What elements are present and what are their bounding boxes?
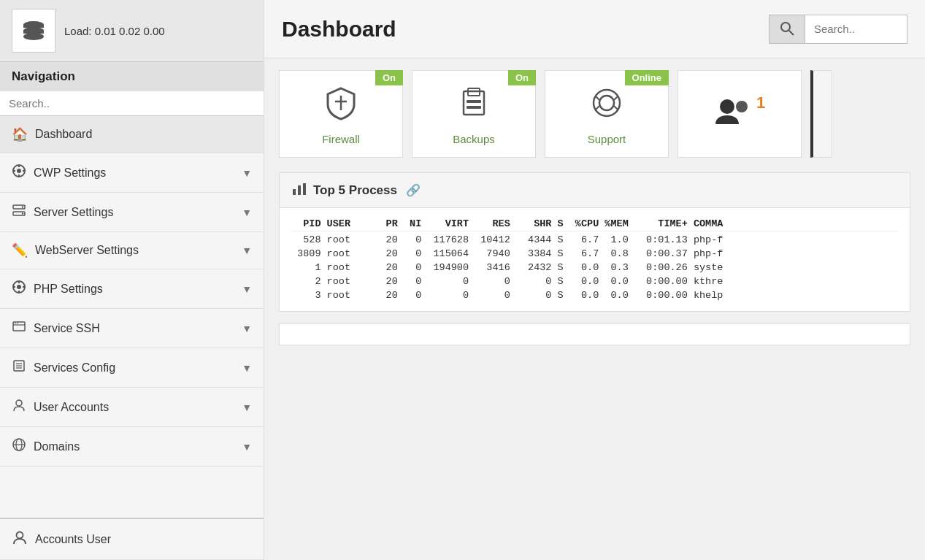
sidebar-item-services-config[interactable]: Services Config ▼ bbox=[0, 348, 264, 388]
bottom-section bbox=[279, 323, 910, 345]
chevron-down-icon: ▼ bbox=[242, 207, 252, 218]
user-card[interactable]: 1 bbox=[678, 70, 802, 158]
backups-label: Backups bbox=[453, 133, 495, 145]
search-input[interactable] bbox=[805, 15, 907, 44]
sidebar-item-label: Service SSH bbox=[34, 322, 100, 335]
nav-label: Navigation bbox=[0, 62, 264, 91]
table-row: 3809 root 20 0 115064 7940 3384 S 6.7 0.… bbox=[291, 247, 898, 261]
svg-point-40 bbox=[594, 90, 620, 116]
chevron-down-icon: ▼ bbox=[242, 283, 252, 295]
svg-point-33 bbox=[17, 532, 23, 539]
table-row: 3 root 20 0 0 0 0 S 0.0 0.0 0:00.00 khel… bbox=[291, 288, 898, 302]
svg-point-29 bbox=[16, 400, 22, 406]
backups-status-badge: On bbox=[508, 70, 536, 85]
table-row: 528 root 20 0 117628 10412 4344 S 6.7 1.… bbox=[291, 233, 898, 247]
chart-icon bbox=[291, 180, 307, 200]
search-area bbox=[769, 15, 907, 44]
chevron-down-icon: ▼ bbox=[242, 323, 252, 334]
chevron-down-icon: ▼ bbox=[242, 245, 252, 256]
sidebar-item-label: WebServer Settings bbox=[35, 244, 139, 257]
main-header: Dashboard bbox=[264, 0, 925, 58]
support-status-badge: Online bbox=[625, 70, 669, 85]
cwp-icon bbox=[12, 164, 26, 182]
sidebar-item-webserver-settings[interactable]: ✏️ WebServer Settings ▼ bbox=[0, 232, 264, 269]
svg-point-13 bbox=[22, 206, 23, 207]
svg-point-6 bbox=[17, 169, 21, 173]
sidebar: Load: 0.01 0.02 0.00 Navigation 🏠 Dashbo… bbox=[0, 0, 264, 560]
svg-point-4 bbox=[23, 33, 44, 40]
accounts-user-item[interactable]: Accounts User bbox=[0, 519, 264, 560]
svg-rect-45 bbox=[298, 185, 301, 195]
search-button[interactable] bbox=[769, 15, 805, 44]
backups-icon bbox=[456, 85, 491, 127]
sidebar-item-label: Domains bbox=[34, 440, 80, 453]
webserver-icon: ✏️ bbox=[12, 242, 28, 258]
firewall-label: Firewall bbox=[322, 133, 360, 145]
sidebar-item-server-settings[interactable]: Server Settings ▼ bbox=[0, 193, 264, 232]
user-count: 1 bbox=[756, 93, 765, 112]
sidebar-item-cwp-settings[interactable]: CWP Settings ▼ bbox=[0, 153, 264, 193]
support-label: Support bbox=[588, 133, 626, 145]
link-icon[interactable]: 🔗 bbox=[406, 183, 421, 197]
svg-point-14 bbox=[22, 212, 23, 214]
support-card[interactable]: Online Support bbox=[545, 70, 669, 158]
table-row: 2 root 20 0 0 0 0 S 0.0 0.0 0:00.00 kthr… bbox=[291, 275, 898, 288]
svg-rect-39 bbox=[467, 106, 481, 109]
ssh-icon bbox=[12, 319, 26, 337]
svg-point-42 bbox=[720, 99, 734, 114]
sidebar-search-input[interactable] bbox=[0, 91, 264, 116]
sidebar-item-label: User Accounts bbox=[34, 401, 109, 414]
user-group-icon bbox=[714, 96, 755, 134]
svg-line-35 bbox=[789, 31, 794, 35]
page-title: Dashboard bbox=[282, 17, 396, 42]
extra-card[interactable] bbox=[810, 70, 832, 158]
sidebar-item-label: CWP Settings bbox=[34, 166, 106, 180]
sidebar-item-label: PHP Settings bbox=[34, 283, 103, 296]
process-table-header: PID USER PR NI VIRT RES SHR S %CPU %MEM … bbox=[291, 217, 898, 231]
chevron-down-icon: ▼ bbox=[242, 362, 252, 374]
service-cards: On Firewall On Backups Online bbox=[279, 70, 910, 158]
chevron-down-icon: ▼ bbox=[242, 167, 252, 179]
svg-point-16 bbox=[17, 285, 21, 289]
accounts-user-label: Accounts User bbox=[35, 533, 111, 546]
user-accounts-icon bbox=[12, 398, 26, 416]
svg-point-43 bbox=[736, 101, 748, 112]
table-row: 1 root 20 0 194900 3416 2432 S 0.0 0.3 0… bbox=[291, 261, 898, 275]
support-icon bbox=[589, 85, 624, 127]
svg-point-41 bbox=[599, 96, 614, 110]
firewall-card[interactable]: On Firewall bbox=[279, 70, 403, 158]
svg-point-34 bbox=[781, 23, 790, 31]
top-process-section: Top 5 Process 🔗 PID USER PR NI VIRT RES … bbox=[279, 172, 910, 312]
main-body: On Firewall On Backups Online bbox=[264, 58, 925, 560]
svg-rect-46 bbox=[303, 183, 306, 195]
firewall-status-badge: On bbox=[375, 70, 403, 85]
svg-point-23 bbox=[15, 323, 16, 324]
main-content: Dashboard On Firewall On bbox=[264, 0, 925, 560]
load-text: Load: 0.01 0.02 0.00 bbox=[64, 25, 165, 37]
home-icon: 🏠 bbox=[12, 126, 28, 142]
sidebar-item-label: Dashboard bbox=[35, 128, 92, 141]
top-process-title: Top 5 Process bbox=[313, 183, 397, 198]
db-icon bbox=[12, 9, 55, 53]
svg-rect-44 bbox=[293, 189, 296, 195]
svg-point-24 bbox=[17, 323, 18, 324]
domains-icon bbox=[12, 437, 26, 456]
php-icon bbox=[12, 280, 26, 298]
firewall-icon bbox=[323, 85, 358, 127]
svg-rect-38 bbox=[467, 100, 481, 103]
backups-card[interactable]: On Backups bbox=[412, 70, 536, 158]
sidebar-item-dashboard[interactable]: 🏠 Dashboard bbox=[0, 116, 264, 153]
chevron-down-icon: ▼ bbox=[242, 402, 252, 413]
sidebar-item-label: Server Settings bbox=[34, 206, 113, 219]
server-icon bbox=[12, 203, 26, 221]
chevron-down-icon: ▼ bbox=[242, 441, 252, 453]
sidebar-item-user-accounts[interactable]: User Accounts ▼ bbox=[0, 388, 264, 427]
sidebar-item-label: Services Config bbox=[34, 361, 115, 375]
config-icon bbox=[12, 358, 26, 377]
sidebar-item-php-settings[interactable]: PHP Settings ▼ bbox=[0, 269, 264, 309]
accounts-user-icon bbox=[12, 529, 28, 549]
top-process-header: Top 5 Process 🔗 bbox=[280, 173, 910, 208]
sidebar-header: Load: 0.01 0.02 0.00 bbox=[0, 0, 264, 62]
sidebar-item-service-ssh[interactable]: Service SSH ▼ bbox=[0, 309, 264, 348]
sidebar-item-domains[interactable]: Domains ▼ bbox=[0, 427, 264, 467]
